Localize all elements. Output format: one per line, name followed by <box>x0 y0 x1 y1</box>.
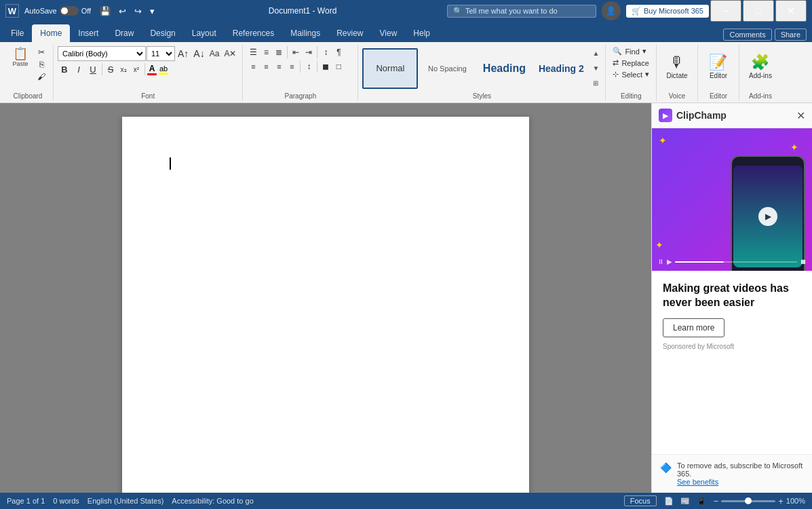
change-case-button[interactable]: Aa <box>208 48 222 60</box>
document-page[interactable] <box>122 117 529 493</box>
print-layout-view[interactable]: 📄 <box>662 496 676 506</box>
search-area[interactable]: 🔍 Tell me what you want to do <box>447 5 596 18</box>
page-info[interactable]: Page 1 of 1 <box>7 497 45 505</box>
undo-button[interactable]: ↩ <box>115 5 130 18</box>
decrease-font-button[interactable]: A↓ <box>191 48 206 60</box>
video-play-button[interactable]: ▶ <box>667 258 672 265</box>
font-size-select[interactable]: 11 <box>147 46 175 61</box>
tab-review[interactable]: Review <box>328 24 371 42</box>
style-normal[interactable]: Normal <box>362 48 418 89</box>
close-panel-button[interactable]: ✕ <box>796 109 805 122</box>
play-button[interactable]: ▶ <box>758 207 777 226</box>
font-name-select[interactable]: Calibri (Body) <box>58 46 146 61</box>
video-progress-bar[interactable] <box>675 261 797 263</box>
word-count[interactable]: 0 words <box>53 497 79 505</box>
customize-button[interactable]: ▾ <box>147 5 158 18</box>
accessibility[interactable]: Accessibility: Good to go <box>172 497 253 505</box>
editor-label: Editor <box>698 92 739 100</box>
learn-more-button[interactable]: Learn more <box>663 318 724 337</box>
style-heading1[interactable]: Heading <box>476 48 532 89</box>
shading-button[interactable]: ◼ <box>320 60 332 73</box>
language[interactable]: English (United States) <box>88 497 164 505</box>
close-button[interactable]: ✕ <box>775 0 807 22</box>
tab-references[interactable]: References <box>225 24 282 42</box>
decrease-indent-button[interactable]: ⇤ <box>290 46 302 58</box>
strikethrough-button[interactable]: S <box>104 63 117 75</box>
bold-button[interactable]: B <box>58 63 71 75</box>
clear-format-button[interactable]: A✕ <box>222 48 238 60</box>
tab-file[interactable]: File <box>3 24 32 42</box>
align-left-button[interactable]: ≡ <box>247 60 259 73</box>
paste-button[interactable]: 📋 Paste <box>7 46 34 69</box>
zoom-in-button[interactable]: + <box>778 496 784 506</box>
addins-button[interactable]: 🧩 Add-ins <box>743 46 777 87</box>
font-color-button[interactable]: A <box>147 64 157 75</box>
replace-button[interactable]: ⇄ Replace <box>610 58 652 68</box>
video-stop-button[interactable]: ⏹ <box>800 258 807 265</box>
zoom-level[interactable]: 100% <box>786 497 805 505</box>
status-bar: Page 1 of 1 0 words English (United Stat… <box>0 493 812 509</box>
minimize-button[interactable]: ─ <box>710 0 741 22</box>
increase-font-button[interactable]: A↑ <box>176 48 191 60</box>
tab-home[interactable]: Home <box>32 24 70 42</box>
show-markup-button[interactable]: ¶ <box>332 46 345 58</box>
zoom-out-button[interactable]: − <box>714 496 719 506</box>
zoom-slider[interactable] <box>721 500 775 502</box>
comments-button[interactable]: Comments <box>723 29 771 41</box>
style-no-spacing[interactable]: No Spacing <box>419 48 475 89</box>
border-button[interactable]: □ <box>332 60 345 73</box>
buy-microsoft-button[interactable]: 🛒 Buy Microsoft 365 <box>626 5 709 18</box>
ms365-link[interactable]: See benefits <box>677 478 718 486</box>
autosave-toggle[interactable] <box>60 6 79 16</box>
clipchamp-logo: ▶ ClipChamp <box>659 109 727 122</box>
styles-scroll-up[interactable]: ▲ <box>590 48 601 59</box>
line-spacing-button[interactable]: ↕ <box>303 60 315 73</box>
save-button[interactable]: 💾 <box>96 5 114 18</box>
increase-indent-button[interactable]: ⇥ <box>303 46 315 58</box>
subscript-button[interactable]: x₂ <box>117 63 130 75</box>
autosave-area: AutoSave Off <box>24 6 91 16</box>
align-right-button[interactable]: ≡ <box>273 60 285 73</box>
redo-button[interactable]: ↪ <box>131 5 145 18</box>
tab-draw[interactable]: Draw <box>107 24 142 42</box>
maximize-button[interactable]: □ <box>743 0 774 22</box>
tab-view[interactable]: View <box>372 24 406 42</box>
sort-button[interactable]: ↕ <box>320 46 332 58</box>
align-center-button[interactable]: ≡ <box>260 60 272 73</box>
italic-button[interactable]: I <box>72 63 85 75</box>
numbered-list-button[interactable]: ≡ <box>260 46 272 58</box>
style-heading2[interactable]: Heading 2 <box>533 48 589 89</box>
share-button[interactable]: Share <box>775 29 807 41</box>
underline-button[interactable]: U <box>86 63 100 75</box>
superscript-button[interactable]: x² <box>130 63 142 75</box>
multilevel-list-button[interactable]: ≣ <box>273 46 285 58</box>
styles-expand[interactable]: ⊞ <box>590 78 601 89</box>
format-painter-button[interactable]: 🖌 <box>35 71 47 83</box>
side-panel: ▶ ClipChamp ✕ ✦ ✦ ✦ ▶ ♥ ⏸ ▶ ⏹ <box>651 103 812 493</box>
web-layout-view[interactable]: 📰 <box>678 496 692 506</box>
focus-button[interactable]: Focus <box>624 495 657 506</box>
document-scroll[interactable] <box>0 103 651 493</box>
doc-title: Document1 - Word <box>269 6 336 16</box>
dictate-button[interactable]: 🎙 Dictate <box>661 46 693 87</box>
highlight-button[interactable]: ab <box>159 64 168 75</box>
copy-button[interactable]: ⎘ <box>35 58 47 71</box>
tab-design[interactable]: Design <box>142 24 183 42</box>
tab-insert[interactable]: Insert <box>70 24 107 42</box>
align-justify-button[interactable]: ≡ <box>286 60 298 73</box>
styles-gallery: Normal No Spacing Heading Heading 2 <box>362 48 589 89</box>
clipchamp-ad: Making great videos has never been easie… <box>652 271 812 356</box>
tab-mailings[interactable]: Mailings <box>282 24 328 42</box>
find-button[interactable]: 🔍 Find ▾ <box>610 46 652 56</box>
video-pause-button[interactable]: ⏸ <box>657 258 664 265</box>
cut-button[interactable]: ✂ <box>35 46 47 58</box>
select-button[interactable]: ⊹ Select ▾ <box>610 69 652 79</box>
styles-scroll-down[interactable]: ▼ <box>590 63 601 74</box>
mobile-view[interactable]: 📱 <box>695 496 708 506</box>
editor-button[interactable]: 📝 Editor <box>702 46 735 87</box>
tab-help[interactable]: Help <box>405 24 438 42</box>
tab-layout[interactable]: Layout <box>184 24 225 42</box>
bullet-list-button[interactable]: ☰ <box>247 46 259 58</box>
ad-headline: Making great videos has never been easie… <box>663 282 801 310</box>
user-avatar[interactable]: 👤 <box>602 1 621 20</box>
